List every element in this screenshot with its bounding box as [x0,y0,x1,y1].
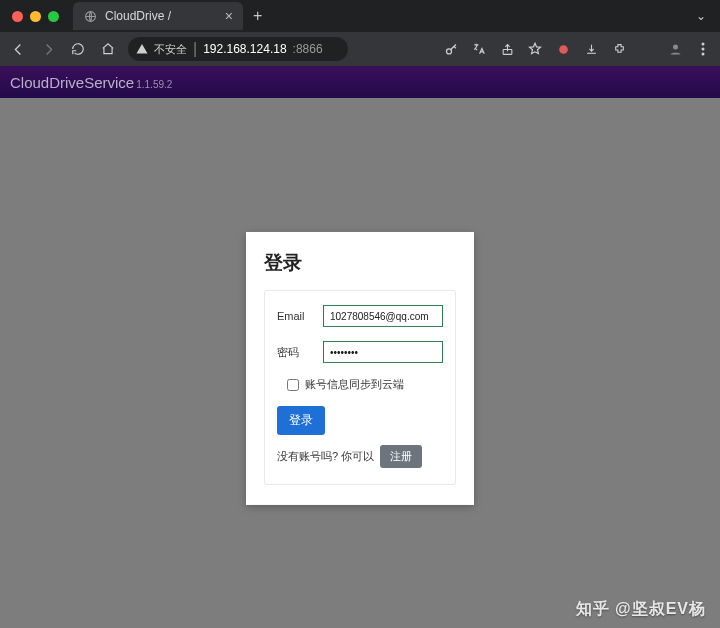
panel-icon[interactable] [638,40,656,58]
login-title: 登录 [264,250,456,276]
sync-label: 账号信息同步到云端 [305,377,404,392]
profile-icon[interactable] [666,40,684,58]
svg-point-3 [559,45,568,54]
window-controls [12,11,59,22]
minimize-window-icon[interactable] [30,11,41,22]
page-content: 登录 Email 密码 账号信息同步到云端 登录 没有账号吗? 你可以 注册 知… [0,98,720,628]
watermark: 知乎 @坚叔EV杨 [576,599,706,620]
brand-name: CloudDriveService [10,74,134,91]
insecure-label: 不安全 [154,42,187,57]
key-icon[interactable] [442,40,460,58]
email-label: Email [277,310,313,322]
star-icon[interactable] [526,40,544,58]
signup-prompt: 没有账号吗? 你可以 [277,449,374,464]
email-field[interactable] [323,305,443,327]
reload-button[interactable] [68,39,88,59]
tab-title: CloudDrive / [105,9,171,23]
tabs-dropdown-icon[interactable]: ⌄ [696,9,706,23]
forward-button[interactable] [38,39,58,59]
login-card: 登录 Email 密码 账号信息同步到云端 登录 没有账号吗? 你可以 注册 [246,232,474,505]
close-tab-icon[interactable]: × [225,8,233,24]
svg-point-5 [702,43,705,46]
brand-version: 1.1.59.2 [136,79,172,90]
app-header: CloudDriveService1.1.59.2 [0,66,720,98]
new-tab-button[interactable]: + [253,7,262,25]
login-button[interactable]: 登录 [277,406,325,435]
close-window-icon[interactable] [12,11,23,22]
browser-chrome: CloudDrive / × + ⌄ 不安全 | 192.168.124.18:… [0,0,720,66]
browser-toolbar: 不安全 | 192.168.124.18:8866 [0,32,720,66]
address-bar[interactable]: 不安全 | 192.168.124.18:8866 [128,37,348,61]
home-button[interactable] [98,39,118,59]
login-form: Email 密码 账号信息同步到云端 登录 没有账号吗? 你可以 注册 [264,290,456,485]
signup-line: 没有账号吗? 你可以 注册 [277,445,443,468]
menu-icon[interactable] [694,40,712,58]
sync-row: 账号信息同步到云端 [287,377,443,392]
svg-point-7 [702,53,705,56]
address-host: 192.168.124.18 [203,42,286,56]
tab-bar: CloudDrive / × + ⌄ [0,0,720,32]
maximize-window-icon[interactable] [48,11,59,22]
svg-point-6 [702,48,705,51]
globe-icon [83,9,97,23]
password-label: 密码 [277,344,313,359]
share-icon[interactable] [498,40,516,58]
translate-icon[interactable] [470,40,488,58]
brand-title: CloudDriveService1.1.59.2 [10,74,172,91]
extensions-icon[interactable] [610,40,628,58]
insecure-warning-icon [136,43,148,55]
download-icon[interactable] [582,40,600,58]
back-button[interactable] [8,39,28,59]
svg-point-4 [673,44,678,49]
register-button[interactable]: 注册 [380,445,422,468]
password-field[interactable] [323,341,443,363]
email-row: Email [277,305,443,327]
sync-checkbox[interactable] [287,378,299,390]
address-port: :8866 [293,42,323,56]
extension-icon-1[interactable] [554,40,572,58]
browser-tab[interactable]: CloudDrive / × [73,2,243,30]
password-row: 密码 [277,341,443,363]
